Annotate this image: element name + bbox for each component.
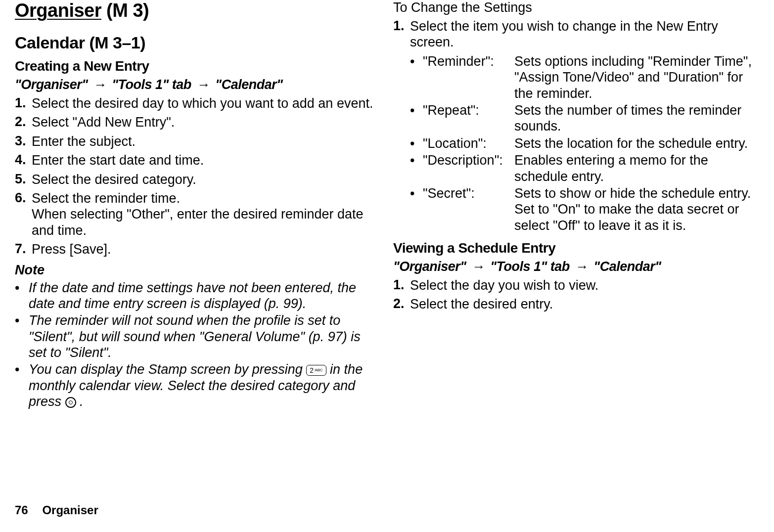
nav-key-icon <box>65 397 76 408</box>
bullet-icon: • <box>15 280 29 296</box>
subheading-viewing: Viewing a Schedule Entry <box>393 240 754 256</box>
note3-pre: You can display the Stamp screen by pres… <box>29 362 306 377</box>
step-text: Select the item you wish to change in th… <box>410 18 754 50</box>
content-columns: Organiser (M 3) Calendar (M 3–1) Creatin… <box>15 0 754 411</box>
note3-post: . <box>80 394 84 409</box>
arrow-icon: → <box>573 259 591 274</box>
nav-part-3: "Calendar" <box>593 259 661 274</box>
step-text: Select the desired day to which you want… <box>32 95 376 111</box>
arrow-icon: → <box>470 259 487 274</box>
bullet-icon: • <box>410 135 423 151</box>
step-item: 6.Select the reminder time. When selecti… <box>15 190 376 238</box>
step-number: 2. <box>15 114 32 130</box>
steps-list: 1.Select the desired day to which you wa… <box>15 95 376 258</box>
setting-key: "Reminder": <box>423 53 514 69</box>
setting-desc: Sets to show or hide the schedule entry.… <box>514 185 754 233</box>
title-suffix: (M 3) <box>101 0 149 21</box>
step-item: 2.Select "Add New Entry". <box>15 114 376 130</box>
nav-part-1: "Organiser" <box>15 77 88 92</box>
nav-part-3: "Calendar" <box>215 77 282 92</box>
setting-item: •"Reminder":Sets options including "Remi… <box>410 53 754 101</box>
step-number: 3. <box>15 133 32 149</box>
title-underlined: Organiser <box>15 0 101 21</box>
setting-key: "Location": <box>423 135 514 151</box>
setting-desc: Sets the number of times the reminder so… <box>514 102 754 134</box>
setting-desc: Enables entering a memo for the schedule… <box>514 152 754 184</box>
step-number: 1. <box>15 95 32 111</box>
step-item: 3.Enter the subject. <box>15 133 376 149</box>
bullet-icon: • <box>410 185 423 201</box>
note-text: The reminder will not sound when the pro… <box>29 312 376 360</box>
nav-part-2: "Tools 1" tab <box>112 77 191 92</box>
step-item: 4.Enter the start date and time. <box>15 152 376 168</box>
setting-key: "Repeat": <box>423 102 514 118</box>
arrow-icon: → <box>195 77 212 92</box>
setting-key: "Secret": <box>423 185 514 201</box>
page-footer: 76 Organiser <box>15 503 754 517</box>
right-step-list: 1.Select the item you wish to change in … <box>393 18 754 50</box>
left-column: Organiser (M 3) Calendar (M 3–1) Creatin… <box>15 0 376 411</box>
bullet-icon: • <box>15 312 29 328</box>
step-item: 7.Press [Save]. <box>15 241 376 257</box>
step-text: Enter the start date and time. <box>32 152 376 168</box>
step-text: Enter the subject. <box>32 133 376 149</box>
bullet-icon: • <box>410 53 423 69</box>
step-item: 1.Select the desired day to which you wa… <box>15 95 376 111</box>
page-title: Organiser (M 3) <box>15 0 376 21</box>
nav-part-2: "Tools 1" tab <box>490 259 570 274</box>
setting-desc: Sets the location for the schedule entry… <box>514 135 754 151</box>
key-2abc-icon: 2ABC <box>306 365 326 376</box>
setting-item: •"Location":Sets the location for the sc… <box>410 135 754 151</box>
setting-key: "Description": <box>423 152 514 168</box>
footer-section-name: Organiser <box>42 503 98 517</box>
step-text: Select the reminder time. <box>32 190 376 206</box>
step-item: 2.Select the desired entry. <box>393 296 754 312</box>
note-item: • You can display the Stamp screen by pr… <box>15 361 376 409</box>
step-number: 5. <box>15 172 32 187</box>
subheading-creating: Creating a New Entry <box>15 58 376 74</box>
note-text: You can display the Stamp screen by pres… <box>29 361 376 409</box>
note-item: •If the date and time settings have not … <box>15 280 376 312</box>
step-number: 6. <box>15 190 32 206</box>
page-number: 76 <box>15 503 28 517</box>
setting-item: •"Description":Enables entering a memo f… <box>410 152 754 184</box>
section-heading: Calendar (M 3–1) <box>15 33 376 52</box>
step-text: Select the desired category. <box>32 172 376 187</box>
step-text: Select the desired entry. <box>410 296 754 312</box>
step-subtext: When selecting "Other", enter the desire… <box>32 206 376 238</box>
step-text: Press [Save]. <box>32 241 376 257</box>
note-label: Note <box>15 263 376 278</box>
nav-path-right: "Organiser" → "Tools 1" tab → "Calendar" <box>393 259 754 274</box>
note-item: •The reminder will not sound when the pr… <box>15 312 376 360</box>
arrow-icon: → <box>91 77 109 92</box>
step-number: 7. <box>15 241 32 257</box>
right-heading: To Change the Settings <box>393 0 754 15</box>
setting-item: •"Repeat":Sets the number of times the r… <box>410 102 754 134</box>
step-item: 1.Select the item you wish to change in … <box>393 18 754 50</box>
step-number: 1. <box>393 18 410 34</box>
step-number: 2. <box>393 296 410 311</box>
notes-list: •If the date and time settings have not … <box>15 280 376 410</box>
right-column: To Change the Settings 1.Select the item… <box>393 0 754 411</box>
step-text: Select "Add New Entry". <box>32 114 376 130</box>
bullet-icon: • <box>410 102 423 118</box>
step-item: 5.Select the desired category. <box>15 172 376 187</box>
bullet-icon: • <box>410 152 423 168</box>
view-steps-list: 1.Select the day you wish to view. 2.Sel… <box>393 277 754 312</box>
page: Organiser (M 3) Calendar (M 3–1) Creatin… <box>0 0 774 532</box>
step-number: 4. <box>15 152 32 168</box>
settings-list: •"Reminder":Sets options including "Remi… <box>393 53 754 233</box>
setting-desc: Sets options including "Reminder Time", … <box>514 53 754 101</box>
note-text: If the date and time settings have not b… <box>29 280 376 312</box>
step-text: Select the day you wish to view. <box>410 277 754 293</box>
bullet-icon: • <box>15 361 29 377</box>
step-item: 1.Select the day you wish to view. <box>393 277 754 293</box>
nav-part-1: "Organiser" <box>393 259 466 274</box>
nav-path-left: "Organiser" → "Tools 1" tab → "Calendar" <box>15 77 376 92</box>
setting-item: •"Secret":Sets to show or hide the sched… <box>410 185 754 233</box>
step-number: 1. <box>393 277 410 293</box>
